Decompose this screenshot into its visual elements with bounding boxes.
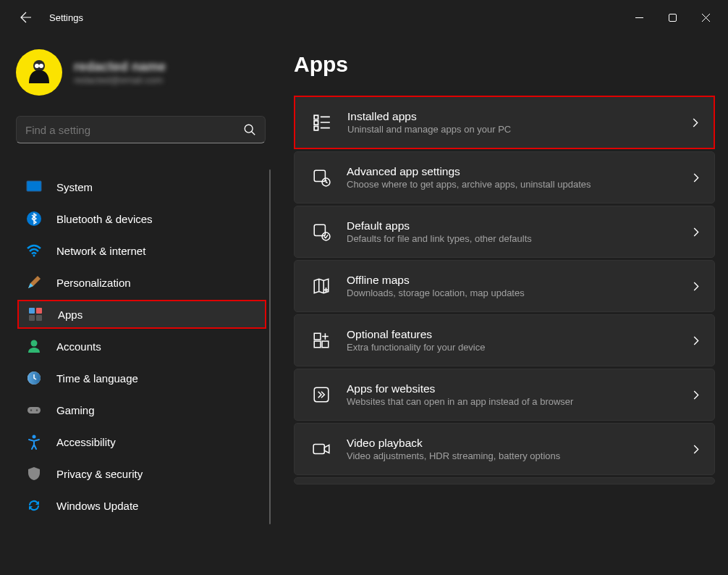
sidebar-item-label: Gaming [56,404,95,416]
app-title: Settings [49,12,83,23]
close-button[interactable] [689,6,722,29]
svg-rect-5 [27,181,41,191]
gamepad-icon [26,402,42,418]
svg-rect-9 [29,308,35,314]
sidebar-item-label: Windows Update [56,500,138,512]
maximize-button[interactable] [656,6,689,29]
card-desc: Extra functionality for your device [347,342,692,353]
websites-icon [312,385,331,404]
card-offline-maps[interactable]: Offline maps Downloads, storage location… [294,260,715,312]
svg-rect-12 [36,315,42,321]
svg-point-2 [35,64,39,68]
sidebar-item-label: Bluetooth & devices [56,213,153,225]
sidebar: redacted name redacted@email.com System … [0,35,275,575]
bluetooth-icon [26,211,42,227]
user-email: redacted@email.com [74,75,166,85]
svg-rect-22 [314,126,318,130]
card-title: Default apps [347,219,692,232]
svg-point-4 [245,125,253,133]
card-title: Apps for websites [347,382,692,395]
card-title: Offline maps [347,274,692,287]
shield-icon [26,466,42,482]
accessibility-icon [26,434,42,450]
arrow-left-icon [20,12,32,23]
sidebar-item-system[interactable]: System [17,172,266,201]
card-desc: Defaults for file and link types, other … [347,233,692,244]
svg-rect-28 [314,341,321,348]
default-apps-icon [312,222,331,241]
sidebar-item-gaming[interactable]: Gaming [17,395,266,424]
sidebar-item-accounts[interactable]: Accounts [17,332,266,361]
sidebar-item-label: Apps [58,309,82,321]
sidebar-item-apps[interactable]: Apps [17,300,266,329]
map-icon [312,277,331,295]
card-advanced-app-settings[interactable]: Advanced app settings Choose where to ge… [294,151,715,203]
svg-point-19 [33,435,36,439]
svg-rect-11 [29,315,35,321]
main-content: Apps Installed apps Uninstall and manage… [275,35,728,575]
svg-point-3 [39,64,43,68]
chevron-right-icon [692,336,701,345]
sidebar-item-accessibility[interactable]: Accessibility [17,427,266,456]
page-title: Apps [294,52,715,77]
sidebar-item-personalization[interactable]: Personalization [17,268,266,297]
card-title: Video playback [347,437,692,450]
apps-icon [27,306,43,322]
back-button[interactable] [14,6,38,29]
sidebar-item-label: Personalization [56,277,131,289]
user-info[interactable]: redacted name redacted@email.com [16,49,275,116]
chevron-right-icon [692,173,701,182]
user-name: redacted name [74,59,166,75]
search-input[interactable] [25,124,243,136]
card-desc: Downloads, storage location, map updates [347,288,692,298]
card-desc: Uninstall and manage apps on your PC [347,124,691,135]
sidebar-item-privacy[interactable]: Privacy & security [17,459,266,488]
window-controls [622,6,722,29]
svg-rect-27 [314,333,321,340]
chevron-right-icon [692,282,701,291]
card-optional-features[interactable]: Optional features Extra functionality fo… [294,314,715,366]
sidebar-item-label: Privacy & security [56,468,143,480]
sidebar-item-network[interactable]: Network & internet [17,236,266,265]
svg-point-18 [36,409,38,411]
settings-cards: Installed apps Uninstall and manage apps… [294,96,715,484]
svg-rect-29 [322,341,329,348]
minimize-button[interactable] [622,6,656,29]
clock-icon [26,370,42,386]
list-icon [313,113,331,132]
svg-point-13 [31,340,38,347]
minimize-icon [635,14,643,22]
svg-rect-31 [313,445,324,454]
card-apps-for-websites[interactable]: Apps for websites Websites that can open… [294,369,715,421]
paintbrush-icon [26,274,42,290]
nav-list: System Bluetooth & devices Network & int… [16,169,275,575]
svg-rect-16 [27,407,41,414]
svg-rect-0 [669,14,676,21]
titlebar: Settings [0,0,728,35]
svg-rect-10 [36,308,42,314]
card-title: Optional features [347,328,692,341]
card-title: Installed apps [347,110,691,123]
chevron-right-icon [692,445,701,454]
search-box[interactable] [16,116,266,143]
svg-rect-21 [314,121,318,125]
card-partial[interactable] [294,477,715,484]
app-settings-icon [312,168,331,187]
desktop-icon [26,179,42,195]
card-default-apps[interactable]: Default apps Defaults for file and link … [294,206,715,258]
sidebar-item-time-language[interactable]: Time & language [17,364,266,393]
sidebar-item-label: Time & language [56,372,138,385]
svg-point-8 [33,255,35,257]
card-installed-apps[interactable]: Installed apps Uninstall and manage apps… [294,96,715,149]
sidebar-item-bluetooth[interactable]: Bluetooth & devices [17,204,266,233]
card-video-playback[interactable]: Video playback Video adjustments, HDR st… [294,423,715,475]
scrollbar[interactable] [269,169,271,524]
wifi-icon [26,243,42,259]
card-desc: Websites that can open in an app instead… [347,396,692,407]
svg-point-26 [322,232,330,240]
card-desc: Video adjustments, HDR streaming, batter… [347,450,692,461]
svg-rect-20 [314,115,318,119]
sidebar-item-windows-update[interactable]: Windows Update [17,491,266,520]
card-desc: Choose where to get apps, archive apps, … [347,179,692,190]
chevron-right-icon [692,227,701,237]
